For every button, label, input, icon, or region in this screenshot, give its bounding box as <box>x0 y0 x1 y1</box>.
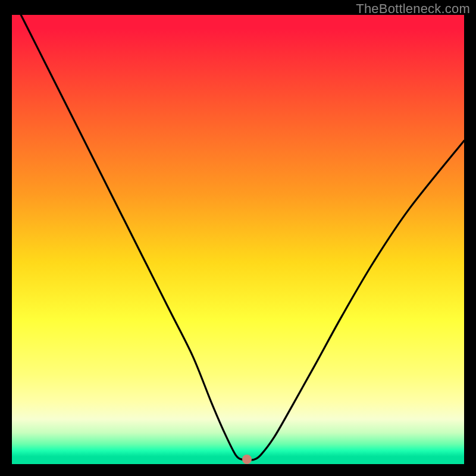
watermark-text: TheBottleneck.com <box>356 1 470 17</box>
plot-area <box>12 15 464 464</box>
chart-frame: TheBottleneck.com <box>0 0 476 476</box>
curve-layer <box>12 15 464 464</box>
bottleneck-curve <box>21 15 464 460</box>
marker-dot <box>242 455 252 464</box>
